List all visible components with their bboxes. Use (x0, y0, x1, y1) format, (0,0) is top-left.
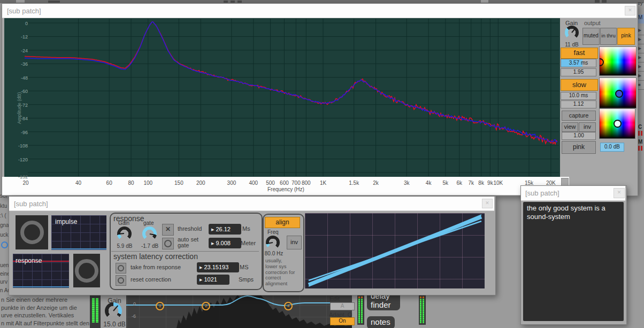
notes-window-title: [sub patch] (525, 189, 559, 197)
close-icon[interactable]: ✕ (614, 188, 625, 198)
notes-comment-box[interactable]: the only good system is a sound-system (523, 202, 624, 321)
notes-text: the only good system is a sound-system (527, 204, 619, 221)
screen: ey M ▶▶▶▶▶▶■ C M serktu:\ (gnauckuen:ein… (0, 0, 644, 328)
